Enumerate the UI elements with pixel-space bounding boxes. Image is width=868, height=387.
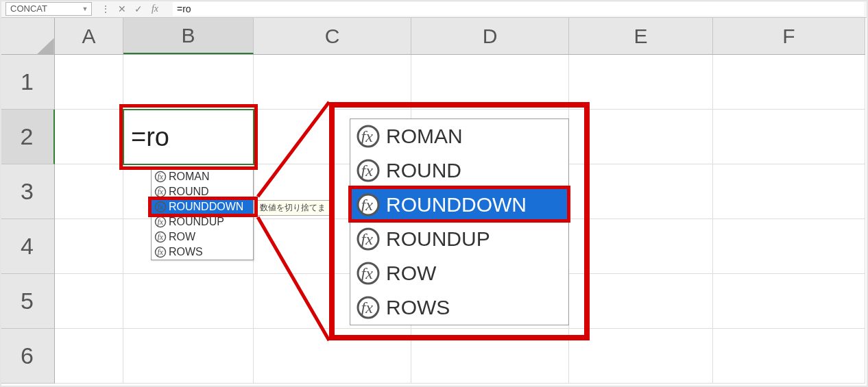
- name-box-value: CONCAT: [6, 3, 47, 14]
- formula-bar-buttons: ⋮ ✕ ✓ fx: [95, 2, 166, 16]
- autocomplete-item-round[interactable]: fx ROUND: [152, 184, 253, 199]
- active-cell-value: =ro: [131, 123, 169, 152]
- autocomplete-popup[interactable]: fx ROMAN fx ROUND fx ROUNDDOWN fx ROUNDU…: [151, 168, 254, 260]
- zoom-item-round: fxROUND: [350, 153, 568, 188]
- row-header-3[interactable]: 3: [0, 164, 54, 219]
- row-header-4[interactable]: 4: [0, 219, 54, 274]
- formula-bar: CONCAT ▼ ⋮ ✕ ✓ fx =ro: [0, 0, 868, 18]
- column-header-C[interactable]: C: [254, 18, 411, 54]
- insert-function-icon[interactable]: fx: [147, 2, 163, 16]
- svg-text:fx: fx: [158, 187, 164, 197]
- cell[interactable]: [713, 329, 865, 384]
- cell[interactable]: [569, 219, 713, 274]
- row-header-2[interactable]: 2: [0, 110, 55, 164]
- cell[interactable]: [123, 55, 254, 110]
- zoom-item-rounddown: fxROUNDDOWN: [350, 188, 568, 222]
- column-header-F[interactable]: F: [713, 18, 865, 54]
- name-box-dropdown-icon[interactable]: ▼: [80, 4, 90, 14]
- svg-text:fx: fx: [361, 162, 374, 179]
- row-header-1[interactable]: 1: [0, 55, 54, 110]
- cell[interactable]: [55, 110, 123, 164]
- svg-text:fx: fx: [361, 299, 374, 316]
- column-header-E[interactable]: E: [569, 18, 713, 54]
- enter-icon[interactable]: ✓: [130, 2, 147, 16]
- cell[interactable]: [713, 164, 865, 219]
- cell[interactable]: [254, 55, 411, 110]
- column-header-B[interactable]: B: [123, 18, 254, 54]
- more-icon: ⋮: [97, 2, 114, 16]
- active-cell[interactable]: =ro: [123, 109, 254, 165]
- svg-text:fx: fx: [361, 196, 374, 214]
- autocomplete-item-roman[interactable]: fx ROMAN: [152, 169, 253, 184]
- formula-input[interactable]: =ro: [173, 2, 864, 16]
- cell[interactable]: [569, 164, 713, 219]
- svg-text:fx: fx: [158, 202, 164, 212]
- cell[interactable]: [123, 329, 254, 384]
- zoom-item-row: fxROW: [350, 256, 568, 290]
- svg-text:fx: fx: [361, 127, 374, 145]
- zoom-item-roman: fxROMAN: [350, 119, 568, 153]
- svg-text:fx: fx: [361, 230, 374, 248]
- cell[interactable]: [55, 164, 123, 219]
- cell[interactable]: [55, 274, 123, 329]
- zoom-item-rows: fxROWS: [350, 290, 568, 325]
- cell[interactable]: [713, 219, 865, 274]
- cancel-icon[interactable]: ✕: [114, 2, 130, 16]
- cell[interactable]: [569, 110, 713, 164]
- column-headers: ABCDEF: [55, 18, 865, 55]
- cell[interactable]: [569, 329, 713, 384]
- autocomplete-tooltip-text: 数値を切り捨てま: [260, 203, 326, 212]
- cell[interactable]: [713, 110, 865, 164]
- autocomplete-zoom-panel: fxROMAN fxROUND fxROUNDDOWN fxROUNDUP fx…: [350, 118, 569, 325]
- cell[interactable]: [55, 55, 123, 110]
- svg-text:fx: fx: [158, 217, 164, 227]
- row-headers: 123456: [0, 55, 55, 384]
- name-box[interactable]: CONCAT ▼: [5, 2, 92, 16]
- cell[interactable]: [254, 329, 411, 384]
- cell[interactable]: [713, 55, 865, 110]
- autocomplete-item-rounddown[interactable]: fx ROUNDDOWN: [152, 199, 253, 214]
- cell[interactable]: [55, 219, 123, 274]
- cell[interactable]: [411, 55, 569, 110]
- cell[interactable]: [569, 274, 713, 329]
- zoom-item-roundup: fxROUNDUP: [350, 222, 568, 256]
- column-header-D[interactable]: D: [411, 18, 569, 54]
- spreadsheet-grid: ABCDEF 123456 =ro fx ROMAN fx ROUND fx R…: [0, 18, 868, 387]
- column-header-A[interactable]: A: [55, 18, 123, 54]
- cell[interactable]: [55, 329, 123, 384]
- cell[interactable]: [569, 55, 713, 110]
- svg-text:fx: fx: [158, 247, 164, 257]
- autocomplete-item-rows[interactable]: fx ROWS: [152, 245, 253, 260]
- cell[interactable]: [123, 274, 254, 329]
- svg-text:fx: fx: [361, 264, 374, 282]
- autocomplete-item-roundup[interactable]: fx ROUNDUP: [152, 214, 253, 229]
- autocomplete-item-row[interactable]: fx ROW: [152, 229, 253, 245]
- cell[interactable]: [411, 329, 569, 384]
- row-header-6[interactable]: 6: [0, 329, 54, 384]
- row-header-5[interactable]: 5: [0, 274, 54, 329]
- svg-text:fx: fx: [158, 232, 164, 242]
- svg-text:fx: fx: [158, 172, 164, 182]
- select-all-corner[interactable]: [0, 18, 55, 55]
- cell[interactable]: [713, 274, 865, 329]
- formula-input-value: =ro: [177, 3, 191, 14]
- autocomplete-tooltip: 数値を切り捨てま: [255, 200, 330, 216]
- svg-marker-0: [37, 38, 54, 54]
